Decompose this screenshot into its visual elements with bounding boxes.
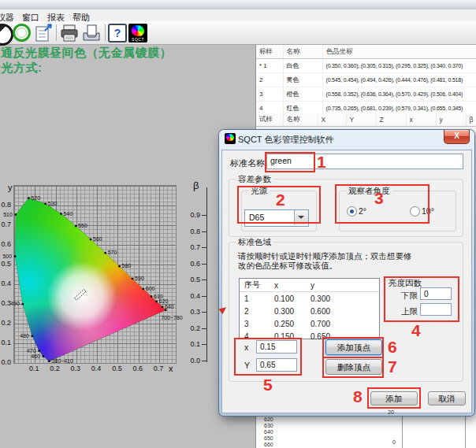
standards-table[interactable]: 标样 名称 色品坐标 * 1白色(0.350, 0.360), (0.305, … [256,45,476,116]
col-vertex-index: 序号 [240,279,270,292]
printer-icon[interactable] [60,24,79,43]
y-tick-label: 0.1 [0,339,11,346]
page-subtitle: 给光方式: [0,61,43,76]
standards-row[interactable]: * 1白色(0.350, 0.360), (0.305, 0.315), (0.… [256,59,476,73]
samples-col-试样: 试样 [256,113,283,127]
wavelength-dot [22,303,24,305]
y-tick-label: 0.0 [0,358,11,366]
vertex-cell: 0.100 [270,292,306,305]
x-tick-label: 0.2 [50,365,61,372]
annotation-number-4: 4 [411,322,421,339]
wavelength-item: 660 [264,442,273,447]
vertex-cell [342,317,379,330]
chromaticity-diagram: y x β [0,180,236,376]
sqct-logo-icon[interactable]: SQCT [128,24,147,43]
vertex-row[interactable]: 20.3000.600 [240,305,379,317]
wavelength-dot [15,213,17,215]
wavelength-label: 560 [93,236,102,242]
wavelength-dot [28,197,29,198]
dialog-sqct-color-management: SQCT 色彩管理控制软件 X 标准名称: green 容差参数 光源 D65 … [219,130,474,416]
y-tick-label: 0.5 [0,260,11,268]
standards-cell-name: 白色 [283,59,322,73]
wavelength-dot [132,278,133,280]
wavelength-item: 640 [264,429,273,435]
beta-tick-label: 0.7 [184,243,200,251]
annotation-box-1 [265,152,315,172]
wavelength-dot [32,335,33,337]
annotation-box-5 [234,338,302,376]
standards-cell-id: 3 [256,87,283,102]
standards-header-row: 标样 名称 色品坐标 [256,45,476,59]
beta-tick [202,361,206,361]
vertex-cell: 0.700 [306,317,342,330]
wavelength-item: 630 [264,423,273,428]
wavelength-item: 620 [264,417,273,422]
vertex-row[interactable]: 10.1000.300 [240,292,379,305]
vertex-row[interactable]: 30.2500.700 [240,317,379,330]
wavelength-dot [75,225,76,227]
output-tray-icon[interactable] [82,24,101,43]
standards-row[interactable]: 3橙色(0.558, 0.352), (0.636, 0.364), (0.57… [256,87,476,102]
vertex-header-row: 序号 x y [240,279,379,292]
tolerance-group-label: 容差参数 [236,174,273,185]
annotation-number-2: 2 [276,191,285,208]
beta-tick-label: 0.6 [184,260,200,268]
green-ring-icon[interactable] [13,24,31,42]
partial-table-value: 20 [388,409,394,415]
close-icon[interactable]: X [444,130,470,144]
x-tick-label: 0.3 [70,365,81,372]
y-tick-label: 0.6 [0,240,11,248]
annotation-number-6: 6 [388,339,397,355]
wavelength-dot [60,213,61,214]
standards-cell-coords: (0.558, 0.352), (0.636, 0.364), (0.570, … [322,87,476,102]
table-column-line [465,416,466,448]
wavelength-label: 510 [0,212,13,217]
samples-col-β: β [466,113,476,127]
wavelength-label: 700~780 [161,315,182,320]
samples-col-Y: Y [346,113,376,127]
target-icon[interactable] [0,24,13,46]
standards-cell-coords: (0.350, 0.360), (0.305, 0.315), (0.295, … [322,59,476,73]
wavelength-label: 550 [78,223,87,228]
standard-gamut-group-label: 标准色域 [236,237,273,248]
samples-col-Z: Z [376,113,406,127]
instruction-text-line2: 改的色品坐标可修改该值。 [238,261,337,272]
wavelength-dot [151,295,152,297]
beta-tick [202,215,206,216]
beta-tick [202,280,206,280]
samples-header-row: 试样名称XYZxyβ [256,113,476,127]
wavelength-label: 480 [17,333,29,339]
wavelength-dot [90,239,91,240]
gamut-fill [0,180,236,376]
beta-tick-label: 0.8 [184,228,200,235]
annotation-number-8: 8 [353,388,363,405]
sqct-logo-text: SQCT [128,37,147,42]
wavelength-label: 500 [0,254,12,259]
standards-row[interactable]: 2黄色(0.545, 0.454), (0.494, 0.426), (0.44… [256,73,476,87]
y-tick-label: 0.4 [0,280,11,287]
beta-tick-label: 0.1 [184,340,200,348]
dialog-icon [225,133,236,144]
report-export-icon[interactable] [35,24,54,43]
beta-tick [202,312,206,313]
vertex-cell: 0.300 [306,292,342,305]
standard-name-label: 标准名称: [230,157,267,169]
vertex-table[interactable]: 序号 x y 10.1000.30020.3000.60030.2500.700… [239,278,380,339]
cancel-button[interactable]: 取消 [428,391,466,405]
col-vertex-y: y [306,279,342,292]
y-tick-label: 0.8 [0,201,11,209]
standards-cell-name: 橙色 [283,87,322,102]
y-tick-label: 0.7 [0,220,11,228]
table-column-line [402,416,403,448]
vertex-cell: 3 [240,317,270,330]
samples-col-y: y [436,113,466,127]
help-icon[interactable]: ? [108,24,127,43]
standards-cell-coords: (0.545, 0.454), (0.494, 0.426), (0.444, … [322,73,476,87]
beta-tick [202,344,206,345]
wavelength-label: 380~410 [51,358,73,364]
x-tick-label: 0.7 [153,365,164,372]
wavelength-dot [143,288,144,290]
vertex-cell: 0.250 [270,317,306,330]
wavelength-label: 600 [146,286,155,291]
vertex-cell [342,292,379,305]
